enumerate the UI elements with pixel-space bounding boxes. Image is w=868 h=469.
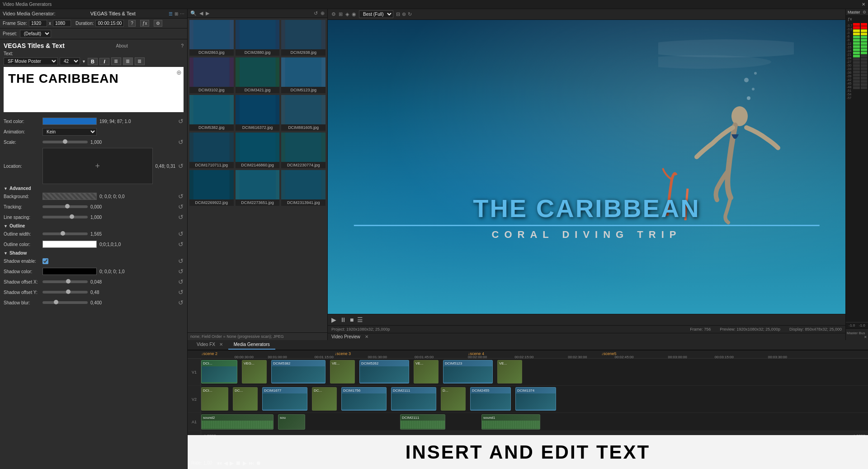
align-center-btn[interactable]: ≣ xyxy=(123,57,133,65)
list-view-icon[interactable]: ☰ xyxy=(169,11,173,16)
preset-select[interactable]: (Default) xyxy=(20,30,51,38)
media-item[interactable]: DCIM616372.jpg xyxy=(236,95,280,131)
background-swatch[interactable] xyxy=(42,193,97,200)
media-item[interactable]: DCIM2313941.jpg xyxy=(281,170,326,206)
tracking-slider[interactable] xyxy=(42,205,88,208)
outline-width-reset[interactable]: ↺ xyxy=(178,230,184,237)
line-spacing-reset[interactable]: ↺ xyxy=(178,213,184,221)
media-item[interactable]: DCIM2273651.jpg xyxy=(236,170,280,206)
shadow-blur-reset[interactable]: ↺ xyxy=(178,299,184,306)
pause-btn[interactable]: ⏸ xyxy=(340,316,346,323)
preview-tool3-icon[interactable]: ◉ xyxy=(352,11,356,17)
media-item[interactable]: DCIM1710711.jpg xyxy=(189,133,234,168)
loop-icon[interactable]: ↻ xyxy=(408,11,412,17)
text-color-swatch[interactable] xyxy=(42,118,97,125)
clip-dcim1374[interactable]: DCIM1374 xyxy=(515,387,556,411)
help-icon[interactable]: ? xyxy=(181,43,184,48)
nav-forward-icon[interactable]: ▶ xyxy=(206,10,209,16)
tab-media-generators[interactable]: Media Generators xyxy=(228,340,275,350)
video-preview-close[interactable]: ✕ xyxy=(365,334,368,339)
clip-dc-2b[interactable]: DC... xyxy=(233,387,258,411)
text-expand-btn[interactable]: ⊕ xyxy=(176,69,182,76)
window-close[interactable]: ✕ xyxy=(862,2,865,7)
clip-dcim1756[interactable]: DCIM1756 xyxy=(341,387,387,411)
stop-btn[interactable]: ■ xyxy=(350,316,354,323)
options-icon[interactable]: ⋯ xyxy=(180,11,184,16)
italic-btn[interactable]: I xyxy=(99,58,109,65)
audio-clip-sound2[interactable]: sound2 xyxy=(201,414,274,430)
frame-width[interactable]: 1920 xyxy=(29,20,47,27)
scale-reset[interactable]: ↺ xyxy=(178,138,184,146)
zoom-out-icon[interactable]: 🔍 xyxy=(190,10,197,16)
shadow-enable-checkbox[interactable] xyxy=(42,258,48,264)
background-reset[interactable]: ↺ xyxy=(178,193,184,200)
media-item[interactable]: DCIM5123.jpg xyxy=(281,57,326,93)
font-size-arrow[interactable]: ▼ xyxy=(82,59,86,64)
location-picker[interactable]: + xyxy=(42,148,153,184)
tab-video-fx-close[interactable]: ✕ xyxy=(219,342,223,347)
media-item[interactable]: DCIM3421.jpg xyxy=(236,57,280,93)
clip-ve-2[interactable]: VE... xyxy=(330,360,355,384)
media-item[interactable]: DCIM2269922.jpg xyxy=(189,170,234,206)
master-settings-icon[interactable]: ⚙ xyxy=(863,10,866,14)
clip-2d[interactable]: D... xyxy=(441,387,466,411)
play-btn[interactable]: ▶ xyxy=(331,316,336,323)
line-spacing-slider[interactable] xyxy=(42,216,88,218)
menu-btn[interactable]: ☰ xyxy=(357,316,363,323)
clip-ve-3[interactable]: VE... xyxy=(414,360,439,384)
clip-2c[interactable]: DC... xyxy=(312,387,337,411)
clip-dcim5382[interactable]: DCIM5382 xyxy=(271,360,326,384)
master-bus-close[interactable]: Master Bus ✕ xyxy=(846,328,868,340)
media-item[interactable]: DCIM5382.jpg xyxy=(189,95,234,131)
quality-select[interactable]: Best (Full) xyxy=(359,10,393,18)
frame-height[interactable]: 1080 xyxy=(53,20,71,27)
refresh-icon[interactable]: ↺ xyxy=(314,10,318,16)
align-right-btn[interactable]: ≣ xyxy=(135,57,145,65)
shadow-offset-x-reset[interactable]: ↺ xyxy=(178,278,184,285)
shadow-color-swatch[interactable] xyxy=(42,268,97,275)
preview-settings-icon[interactable]: ⚙ xyxy=(331,11,336,17)
media-item[interactable]: DCIM2230774.jpg xyxy=(281,133,326,168)
advanced-section-header[interactable]: ▼ Advanced xyxy=(4,186,184,191)
outline-section-header[interactable]: ▼ Outline xyxy=(4,223,184,228)
tracking-reset[interactable]: ↺ xyxy=(178,203,184,210)
settings-btn[interactable]: ⚙ xyxy=(154,20,162,27)
tab-video-fx[interactable]: Video FX ✕ xyxy=(191,340,228,350)
clip-dcim1677[interactable]: DCIM1677 xyxy=(262,387,307,411)
clip-dcim2111[interactable]: DCIM2111 xyxy=(391,387,436,411)
clip-dcim5262[interactable]: DCIM5262 xyxy=(359,360,409,384)
animation-select[interactable]: Kein xyxy=(42,128,97,136)
nav-back-icon[interactable]: ◀ xyxy=(199,10,203,16)
font-size-select[interactable]: 42 xyxy=(60,57,80,65)
outline-color-reset[interactable]: ↺ xyxy=(178,241,184,248)
add-icon[interactable]: ⊕ xyxy=(321,10,325,16)
clip-dci-1[interactable]: DCI... xyxy=(201,360,237,384)
scale-slider[interactable] xyxy=(42,141,88,143)
outline-color-swatch[interactable] xyxy=(42,241,97,248)
preview-tool1-icon[interactable]: ⊞ xyxy=(339,11,343,17)
duration-value[interactable]: 00:00:15:00 xyxy=(95,20,124,27)
help-btn[interactable]: ? xyxy=(128,20,136,27)
media-item[interactable]: DCIM3102.jpg xyxy=(189,57,234,93)
grid-view-icon[interactable]: ⊞ xyxy=(175,11,178,16)
location-reset[interactable]: ↺ xyxy=(178,162,184,170)
master-bus-close-icon[interactable]: ✕ xyxy=(864,335,867,339)
shadow-offset-y-reset[interactable]: ↺ xyxy=(178,289,184,296)
about-btn[interactable]: About xyxy=(116,43,128,48)
fx-btn[interactable]: ƒx xyxy=(140,20,150,27)
media-grid-scrollable[interactable]: DCIM2863.jpgDCIM2880.jpgDCIM2938.jpgDCIM… xyxy=(188,18,327,332)
shadow-offset-y-slider[interactable] xyxy=(42,291,88,294)
media-item[interactable]: DCIM2880.jpg xyxy=(236,20,280,56)
align-left-btn[interactable]: ≣ xyxy=(111,57,121,65)
audio-clip-sou[interactable]: sou xyxy=(278,414,305,430)
shadow-color-reset[interactable]: ↺ xyxy=(178,268,184,275)
clip-ve-4[interactable]: VE... xyxy=(497,360,522,384)
shadow-section-header[interactable]: ▼ Shadow xyxy=(4,251,184,256)
clip-dcim5123[interactable]: DCIM5123 xyxy=(443,360,493,384)
media-item[interactable]: DCIM2938.jpg xyxy=(281,20,326,56)
media-item[interactable]: DCIM2863.jpg xyxy=(189,20,234,56)
shadow-enable-reset[interactable]: ↺ xyxy=(178,257,184,265)
font-select[interactable]: SF Movie Poster xyxy=(4,57,58,65)
snap-icon[interactable]: ⊟ xyxy=(396,11,400,17)
bold-btn[interactable]: B xyxy=(88,58,98,65)
